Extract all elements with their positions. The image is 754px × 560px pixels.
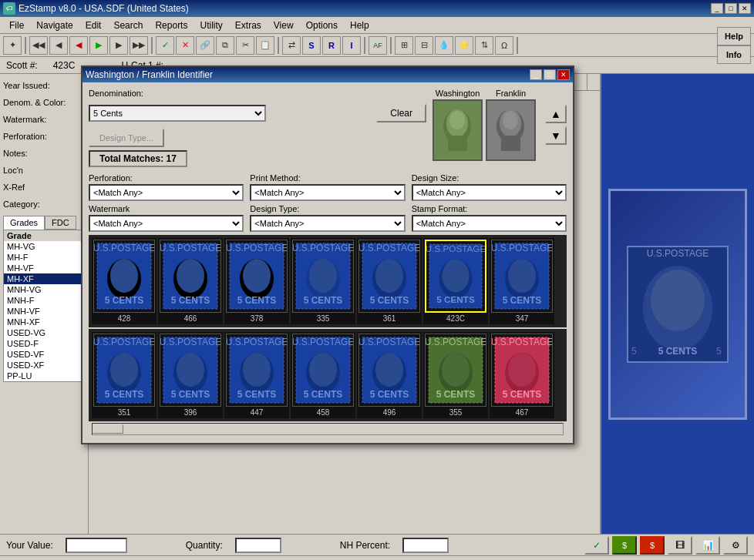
settings-button[interactable]: ⚙ [723,536,748,555]
tb-scissors-button[interactable]: ✂ [236,36,254,55]
scrollbar-thumb[interactable] [93,424,123,434]
tb-water-button[interactable]: 💧 [435,36,453,55]
grade-used-xf[interactable]: USED-XF [4,360,84,371]
stamp-467[interactable]: U.S.POSTAGE 5 CENTS 467 [490,332,554,418]
tb-s-button[interactable]: S [302,36,321,55]
design-type-filter-select[interactable]: <Match Any> [250,215,405,232]
tb-copy-button[interactable]: ⧉ [216,36,234,55]
stamp-thumb-335[interactable]: U.S.POSTAGE 5 CENTS [292,240,354,313]
modal-close-button[interactable]: ✕ [557,69,570,80]
tb-x-button[interactable]: ✕ [176,36,194,55]
menu-edit[interactable]: Edit [79,18,108,32]
stamp-thumb-467[interactable]: U.S.POSTAGE 5 CENTS [491,334,553,407]
nav-up-button[interactable]: ▲ [545,105,567,123]
menu-search[interactable]: Search [107,18,149,32]
stamp-thumb-347[interactable]: U.S.POSTAGE 5 CENTS [491,240,553,313]
info-button[interactable]: Info [717,45,751,64]
tb-grid-button[interactable]: ⊞ [395,36,413,55]
grade-mh-vf[interactable]: MH-VF [4,263,84,273]
tb-af-button[interactable]: AF [369,36,387,55]
stamp-thumb-361[interactable]: U.S.POSTAGE 5 CENTS [358,240,420,313]
modal-maximize-button[interactable]: □ [544,69,556,80]
tb-check-button[interactable]: ✓ [156,36,174,55]
tb-right-button[interactable]: ▶▶ [130,36,148,55]
stamp-496[interactable]: U.S.POSTAGE 5 CENTS 496 [357,332,422,418]
grade-pp-lu[interactable]: PP-LU [4,371,84,381]
grade-mnh-xf[interactable]: MNH-XF [4,317,84,327]
grade-used-f[interactable]: USED-F [4,338,84,349]
grade-mnh-vf[interactable]: MNH-VF [4,306,84,317]
film-button[interactable]: 🎞 [668,536,692,555]
perforation-select[interactable]: <Match Any> [89,184,244,201]
horizontal-scrollbar[interactable] [92,423,564,435]
denomination-select[interactable]: 5 Cents [89,105,266,122]
franklin-image[interactable] [486,99,536,161]
grade-used-vg[interactable]: USED-VG [4,327,84,338]
stamp-361[interactable]: U.S.POSTAGE 5 CENTS 361 [357,238,422,324]
stamp-351[interactable]: U.S.POSTAGE 5 CENTS 351 [92,332,157,418]
stamp-466[interactable]: U.S.POSTAGE 5 CENTS 466 [158,238,223,324]
tb-left-button[interactable]: ◀◀ [29,36,48,55]
chart-button[interactable]: 📊 [695,536,720,555]
tb-link-button[interactable]: 🔗 [196,36,214,55]
menu-file[interactable]: File [3,18,30,32]
stamp-378[interactable]: U.S.POSTAGE 5 CENTS 378 [224,238,289,324]
stamp-thumb-428[interactable]: U.S.POSTAGE 5 CENTS [93,240,155,313]
menu-help[interactable]: Help [344,18,375,32]
stamp-447[interactable]: U.S.POSTAGE 5 CENTS 447 [224,332,289,418]
clear-button[interactable]: Clear [376,104,426,122]
tb-arrow-button[interactable]: ⇄ [282,36,301,55]
tab-grades[interactable]: Grades [3,216,45,230]
watermark-select[interactable]: <Match Any> [89,215,244,232]
stamp-thumb-378[interactable]: U.S.POSTAGE 5 CENTS [226,240,288,313]
menu-options[interactable]: Options [300,18,344,32]
stamp-thumb-447[interactable]: U.S.POSTAGE 5 CENTS [226,334,288,407]
tb-next-button[interactable]: ▶ [89,36,108,55]
tb-fwd-button[interactable]: ▶ [109,36,128,55]
stamp-355[interactable]: U.S.POSTAGE 5 CENTS 355 [423,332,488,418]
stamp-format-select[interactable]: <Match Any> [412,215,567,232]
stamp-423c[interactable]: U.S.POSTAGE 5 CENTS 423C [423,238,488,324]
tb-back-button[interactable]: ◀ [69,36,88,55]
help-button[interactable]: Help [717,27,751,45]
stamp-thumb-466[interactable]: U.S.POSTAGE 5 CENTS [160,240,221,313]
red-dollar-button[interactable]: $ [640,536,665,555]
tb-paste-button[interactable]: 📋 [256,36,274,55]
grade-mh-f[interactable]: MH-F [4,252,84,263]
maximize-button[interactable]: □ [725,3,737,14]
nh-percent-input[interactable] [402,538,449,553]
stamp-396[interactable]: U.S.POSTAGE 5 CENTS 396 [158,332,223,418]
nav-down-button[interactable]: ▼ [545,126,567,145]
design-size-select[interactable]: <Match Any> [412,184,567,201]
stamp-335[interactable]: U.S.POSTAGE 5 CENTS 335 [291,238,355,324]
menu-extras[interactable]: Extras [229,18,268,32]
stamp-thumb-351[interactable]: U.S.POSTAGE 5 CENTS [93,334,155,407]
stamp-thumb-396[interactable]: U.S.POSTAGE 5 CENTS [160,334,221,407]
stamp-347[interactable]: U.S.POSTAGE 5 CENTS 347 [490,238,554,324]
stamp-thumb-423c[interactable]: U.S.POSTAGE 5 CENTS [425,240,486,313]
tb-prev-button[interactable]: ◀ [49,36,68,55]
tb-omega-button[interactable]: Ω [495,36,513,55]
tb-grid2-button[interactable]: ⊟ [415,36,433,55]
grade-mh-vg[interactable]: MH-VG [4,241,84,252]
checkmark-button[interactable]: ✓ [584,536,609,555]
quantity-input[interactable] [235,538,281,553]
menu-reports[interactable]: Reports [149,18,194,32]
grade-mnh-vg[interactable]: MNH-VG [4,284,84,295]
tb-arrows-button[interactable]: ⇅ [475,36,493,55]
your-value-input[interactable] [66,538,127,553]
design-type-button[interactable]: Design Type... [89,129,164,147]
green-dollar-button[interactable]: $ [612,536,637,555]
tb-r-button[interactable]: R [322,36,341,55]
menu-navigate[interactable]: Navigate [30,18,79,32]
stamp-458[interactable]: U.S.POSTAGE 5 CENTS 458 [291,332,355,418]
minimize-button[interactable]: _ [711,3,723,14]
tab-fdc[interactable]: FDC [45,216,76,230]
menu-utility[interactable]: Utility [194,18,228,32]
stamp-thumb-496[interactable]: U.S.POSTAGE 5 CENTS [358,334,420,407]
grade-mh-xf[interactable]: MH-XF [4,273,84,284]
tb-i-button[interactable]: I [342,36,361,55]
menu-view[interactable]: View [268,18,300,32]
grade-mnh-f[interactable]: MNH-F [4,295,84,306]
modal-minimize-button[interactable]: _ [530,69,542,80]
